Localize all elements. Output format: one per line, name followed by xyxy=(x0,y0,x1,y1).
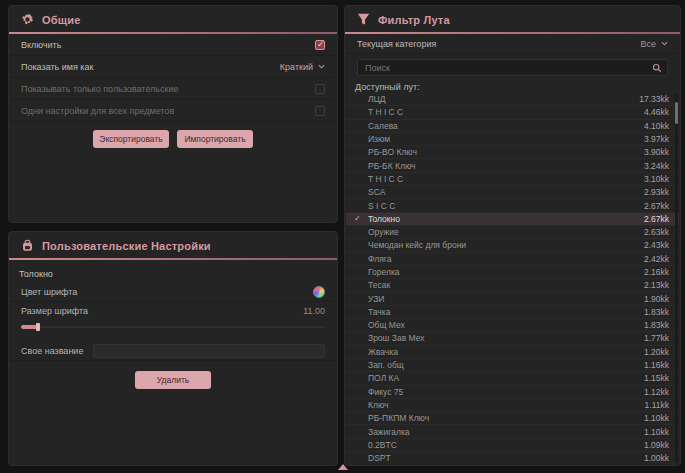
loot-item-value: 1.83kk xyxy=(644,307,669,317)
loot-item-value: 1.12kk xyxy=(644,387,669,397)
export-button[interactable]: Экспортировать xyxy=(93,130,169,148)
same-settings-checkbox[interactable] xyxy=(315,106,325,116)
category-select[interactable]: Все xyxy=(640,39,668,49)
loot-row[interactable]: ✓Толокно2.67kk xyxy=(346,213,679,226)
loot-item-name: РБ-БК Ключ xyxy=(368,161,644,171)
font-size-value: 11.00 xyxy=(303,306,325,316)
loot-list[interactable]: ЛЦД17.33kkT H I C C4.46kkСалева4.10kkИзю… xyxy=(346,93,679,464)
loot-item-value: 1.09kk xyxy=(644,440,669,450)
export-import-row: Экспортировать Импортировать xyxy=(9,122,337,154)
loot-row[interactable]: Горелка2.16kk xyxy=(346,266,679,279)
loot-row[interactable]: Общ Мех1.83kk xyxy=(346,319,679,332)
only-custom-checkbox[interactable] xyxy=(315,84,325,94)
loot-row[interactable]: T H I C C3.10kk xyxy=(346,173,679,186)
loot-item-name: Салева xyxy=(368,121,644,131)
font-size-label: Размер шрифта xyxy=(21,306,88,316)
loot-row[interactable]: ЛЦД17.33kk xyxy=(346,93,679,106)
loot-item-name: ЛЦД xyxy=(368,94,639,104)
loot-row[interactable]: Фикус 751.12kk xyxy=(346,386,679,399)
loot-row[interactable]: РБ-ПКПМ Ключ1.10kk xyxy=(346,412,679,425)
loot-item-name: Фляга xyxy=(368,254,644,264)
loot-item-value: 2.63kk xyxy=(644,227,669,237)
loot-item-value: 1.16kk xyxy=(644,360,669,370)
delete-row: Удалить xyxy=(9,361,337,389)
loot-item-value: 1.15kk xyxy=(644,373,669,383)
loot-row[interactable]: УЗИ1.90kk xyxy=(346,292,679,305)
loot-item-name: Фикус 75 xyxy=(368,387,644,397)
option-name-mode[interactable]: Показать имя как Краткий xyxy=(11,56,335,78)
loot-row[interactable]: Тесак2.13kk xyxy=(346,279,679,292)
slider-handle[interactable] xyxy=(36,323,40,331)
loot-row[interactable]: Зап. общ1.16kk xyxy=(346,359,679,372)
loot-item-name: РБ-ПКПМ Ключ xyxy=(368,413,644,423)
loot-row[interactable]: Зажигалка1.10kk xyxy=(346,425,679,438)
loot-row[interactable]: S I C C2.67kk xyxy=(346,199,679,212)
panel-loot-filter: Фильтр Лута Текущая категория Все Доступ… xyxy=(344,5,681,466)
search-box[interactable] xyxy=(357,59,668,76)
loot-row[interactable]: Салева4.10kk xyxy=(346,120,679,133)
slider-fill xyxy=(21,325,37,329)
custom-name-input[interactable] xyxy=(93,344,325,358)
loot-item-name: ПОЛ КА xyxy=(368,373,644,383)
loot-row[interactable]: SCA2.93kk xyxy=(346,186,679,199)
name-mode-value: Краткий xyxy=(280,62,313,72)
loot-row[interactable]: 0.2BTC1.09kk xyxy=(346,439,679,452)
option-enable-label: Включить xyxy=(21,40,61,50)
option-only-custom[interactable]: Показывать только пользовательские xyxy=(11,78,335,100)
enable-checkbox[interactable] xyxy=(315,40,325,50)
collapse-arrow-icon[interactable] xyxy=(338,464,348,470)
loot-item-name: Оружие xyxy=(368,227,644,237)
slider-track xyxy=(21,326,325,328)
font-size-slider[interactable] xyxy=(21,322,325,332)
loot-row[interactable]: T H I C C4.46kk xyxy=(346,106,679,119)
loot-item-name: Зап. общ xyxy=(368,360,644,370)
loot-row[interactable]: Изюм3.97kk xyxy=(346,133,679,146)
font-color-row[interactable]: Цвет шрифта xyxy=(11,283,335,302)
loot-row[interactable]: РБ-БК Ключ3.24kk xyxy=(346,159,679,172)
loot-row[interactable]: РБ-ВО Ключ3.90kk xyxy=(346,146,679,159)
check-icon: ✓ xyxy=(354,214,368,223)
loot-row[interactable]: DSPT1.00kk xyxy=(346,452,679,464)
option-name-mode-label: Показать имя как xyxy=(21,62,93,72)
loot-item-value: 3.90kk xyxy=(644,147,669,157)
loot-item-name: РБ-ВО Ключ xyxy=(368,147,644,157)
loot-item-value: 4.10kk xyxy=(644,121,669,131)
option-same-settings-label: Одни настройки для всех предметов xyxy=(21,106,174,116)
name-mode-select[interactable]: Краткий xyxy=(280,62,325,72)
color-picker-icon[interactable] xyxy=(313,286,325,298)
category-row[interactable]: Текущая категория Все xyxy=(347,34,678,54)
option-same-settings[interactable]: Одни настройки для всех предметов xyxy=(11,100,335,122)
scrollbar-thumb[interactable] xyxy=(675,102,678,124)
delete-button[interactable]: Удалить xyxy=(135,371,211,389)
option-enable[interactable]: Включить xyxy=(11,34,335,56)
search-input[interactable] xyxy=(363,62,647,74)
loot-row[interactable]: Жвачка1.20kk xyxy=(346,346,679,359)
loot-row[interactable]: Фляга2.42kk xyxy=(346,253,679,266)
loot-list-scrollbar[interactable] xyxy=(675,94,678,463)
loot-item-name: Изюм xyxy=(368,134,644,144)
chevron-down-icon xyxy=(318,63,325,70)
category-value: Все xyxy=(640,39,656,49)
loot-row[interactable]: Чемодан кейс для брони2.43kk xyxy=(346,239,679,252)
loot-row[interactable]: Зрош Зав Мех1.77kk xyxy=(346,332,679,345)
loot-item-value: 1.00kk xyxy=(644,453,669,463)
loot-row[interactable]: Оружие2.63kk xyxy=(346,226,679,239)
loot-row[interactable]: Ключ1.11kk xyxy=(346,399,679,412)
import-button[interactable]: Импортировать xyxy=(177,130,253,148)
loot-item-name: T H I C C xyxy=(368,174,644,184)
backpack-icon xyxy=(21,239,34,252)
font-size-row: Размер шрифта 11.00 xyxy=(11,302,335,320)
loot-item-value: 4.46kk xyxy=(644,107,669,117)
loot-item-name: SCA xyxy=(368,187,644,197)
panel-filter-title: Фильтр Лута xyxy=(378,14,450,26)
loot-item-name: Ключ xyxy=(368,400,645,410)
loot-item-name: T H I C C xyxy=(368,107,644,117)
loot-item-name: Толокно xyxy=(368,214,644,224)
gear-icon xyxy=(21,13,34,26)
loot-row[interactable]: Тачка1.83kk xyxy=(346,306,679,319)
loot-item-name: 0.2BTC xyxy=(368,440,644,450)
loot-item-name: Тесак xyxy=(368,280,644,290)
panel-filter-header: Фильтр Лута xyxy=(345,6,680,32)
loot-item-value: 1.90kk xyxy=(644,294,669,304)
loot-row[interactable]: ПОЛ КА1.15kk xyxy=(346,372,679,385)
